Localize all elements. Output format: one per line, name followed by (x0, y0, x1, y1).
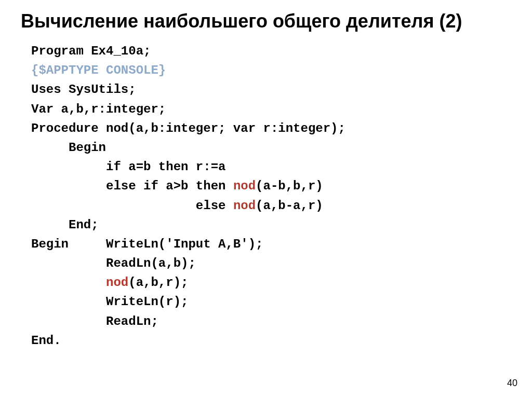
page-number: 40 (507, 378, 517, 389)
code-line-16: End. (31, 334, 61, 348)
code-line-8c: (a-b,b,r) (256, 179, 323, 193)
slide: Вычисление наибольшего общего делителя (… (0, 0, 532, 398)
code-line-8a: else if a>b then (31, 179, 233, 193)
code-line-13b: nod (106, 276, 128, 290)
code-line-4: Var a,b,r:integer; (31, 102, 166, 116)
slide-title: Вычисление наибольшего общего делителя (… (21, 10, 532, 32)
code-line-13c: (a,b,r); (128, 276, 188, 290)
code-line-12: ReadLn(a,b); (31, 256, 196, 270)
code-line-5: Procedure nod(a,b:integer; var r:integer… (31, 121, 345, 135)
code-line-1: Program Ex4_10a; (31, 44, 151, 58)
code-line-9b: nod (233, 199, 256, 213)
code-line-9a: else (31, 199, 233, 213)
code-line-9c: (a,b-a,r) (256, 199, 323, 213)
code-line-10: End; (31, 218, 99, 232)
code-line-6: Begin (31, 141, 106, 155)
code-line-7: if a=b then r:=a (31, 160, 225, 174)
code-line-13a (31, 276, 106, 290)
code-line-11: Begin WriteLn('Input A,B'); (31, 237, 263, 251)
code-line-2: {$APPTYPE CONSOLE} (31, 63, 166, 77)
code-block: Program Ex4_10a; {$APPTYPE CONSOLE} Uses… (31, 42, 532, 350)
code-line-15: ReadLn; (31, 314, 158, 328)
code-line-14: WriteLn(r); (31, 295, 188, 309)
code-line-3: Uses SysUtils; (31, 83, 136, 97)
code-line-8b: nod (233, 179, 256, 193)
